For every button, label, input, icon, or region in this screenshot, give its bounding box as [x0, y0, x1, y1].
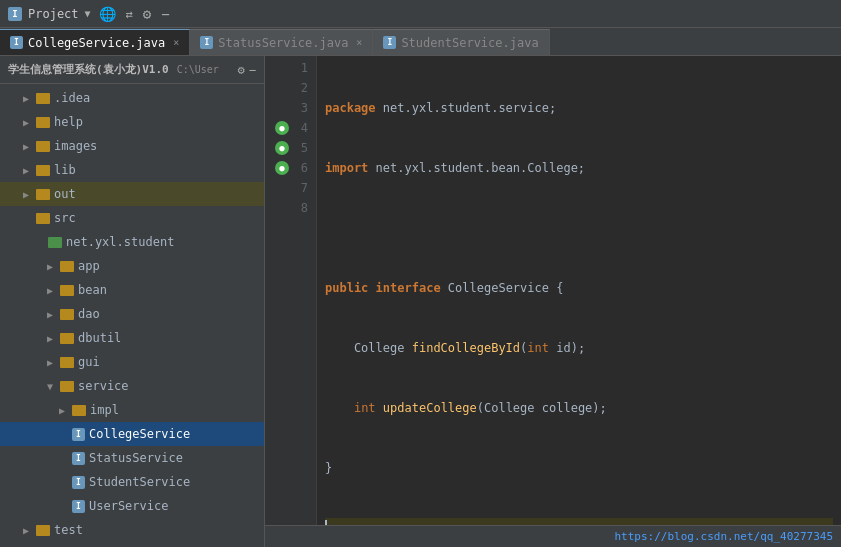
sidebar-item-service[interactable]: ▼ service	[0, 374, 264, 398]
sidebar-item-user-service[interactable]: I UserService	[0, 494, 264, 518]
chevron-lib: ▶	[20, 165, 32, 176]
gutter-row-2: 2	[265, 78, 312, 98]
indent-6	[325, 398, 354, 418]
sidebar-item-help[interactable]: ▶ help	[0, 110, 264, 134]
editor[interactable]: 1 2 3 ● 4 ● 5 ● 6	[265, 56, 841, 547]
return-type-5: College	[325, 338, 412, 358]
chevron-out: ▶	[20, 189, 32, 200]
main-content: 学生信息管理系统(袁小龙)V1.0 C:\User ⚙ − ▶ .idea ▶ …	[0, 56, 841, 547]
label-images: images	[54, 139, 97, 153]
chevron-help: ▶	[20, 117, 32, 128]
code-line-6: int updateCollege(College college);	[325, 398, 833, 418]
sidebar-item-images[interactable]: ▶ images	[0, 134, 264, 158]
minus-icon[interactable]: −	[159, 4, 171, 24]
tab-label-3: StudentService.java	[401, 36, 538, 50]
dropdown-arrow[interactable]: ▼	[85, 8, 91, 19]
line-num-7: 7	[292, 181, 308, 195]
folder-icon-impl	[72, 405, 86, 416]
tab-close-1[interactable]: ×	[173, 37, 179, 48]
sidebar-item-lib[interactable]: ▶ lib	[0, 158, 264, 182]
chevron-images: ▶	[20, 141, 32, 152]
sidebar-header-icons: ⚙ −	[238, 63, 256, 77]
method-find: findCollegeById	[412, 338, 520, 358]
project-dropdown[interactable]: Project	[28, 7, 79, 21]
sidebar-item-app[interactable]: ▶ app	[0, 254, 264, 278]
sidebar-item-impl[interactable]: ▶ impl	[0, 398, 264, 422]
label-dao: dao	[78, 307, 100, 321]
gutter-row-4: ● 4	[265, 118, 312, 138]
label-test: test	[54, 523, 83, 537]
sidebar-item-idea[interactable]: ▶ .idea	[0, 86, 264, 110]
sidebar-item-gui[interactable]: ▶ gui	[0, 350, 264, 374]
folder-icon-images	[36, 141, 50, 152]
chevron-app: ▶	[44, 261, 56, 272]
pkg-2: net.yxl.student.bean.College;	[368, 158, 585, 178]
label-out: out	[54, 187, 76, 201]
paren-5: (	[520, 338, 527, 358]
sidebar-item-status-service[interactable]: I StatusService	[0, 446, 264, 470]
folder-icon-dao	[60, 309, 74, 320]
gutter: 1 2 3 ● 4 ● 5 ● 6	[265, 56, 317, 525]
interface-icon-user: I	[72, 500, 85, 513]
tab-label-1: CollegeService.java	[28, 36, 165, 50]
folder-icon-idea	[36, 93, 50, 104]
chevron-impl: ▶	[56, 405, 68, 416]
chevron-dbutil: ▶	[44, 333, 56, 344]
folder-icon-test	[36, 525, 50, 536]
chevron-service: ▼	[44, 381, 56, 392]
label-bean: bean	[78, 283, 107, 297]
interface-icon-2: I	[200, 36, 213, 49]
line-num-2: 2	[292, 81, 308, 95]
code-line-1: package net.yxl.student.service;	[325, 98, 833, 118]
sidebar-item-src[interactable]: src	[0, 206, 264, 230]
code-area[interactable]: 1 2 3 ● 4 ● 5 ● 6	[265, 56, 841, 525]
folder-icon-lib	[36, 165, 50, 176]
sidebar-item-bean[interactable]: ▶ bean	[0, 278, 264, 302]
gutter-row-5: ● 5	[265, 138, 312, 158]
interface-icon-student: I	[72, 476, 85, 489]
sidebar-item-dao[interactable]: ▶ dao	[0, 302, 264, 326]
label-student-service: StudentService	[89, 475, 190, 489]
sidebar-item-college-service[interactable]: I CollegeService	[0, 422, 264, 446]
sidebar-item-out[interactable]: ▶ out	[0, 182, 264, 206]
title-bar-left: I Project ▼ 🌐 ⇄ ⚙ −	[8, 4, 172, 24]
arrows-icon[interactable]: ⇄	[124, 5, 135, 23]
label-impl: impl	[90, 403, 119, 417]
chevron-bean: ▶	[44, 285, 56, 296]
code-line-3	[325, 218, 833, 238]
kw-package: package	[325, 98, 376, 118]
code-line-2: import net.yxl.student.bean.College;	[325, 158, 833, 178]
line-num-4: 4	[292, 121, 308, 135]
sidebar-item-student-service[interactable]: I StudentService	[0, 470, 264, 494]
iface-name: CollegeService {	[441, 278, 564, 298]
sidebar-item-test[interactable]: ▶ test	[0, 518, 264, 542]
method-update: updateCollege	[383, 398, 477, 418]
kw-import: import	[325, 158, 368, 178]
interface-icon-college: I	[72, 428, 85, 441]
kw-public-4: public	[325, 278, 368, 298]
tab-student-service[interactable]: I StudentService.java	[373, 29, 549, 55]
sidebar-item-net-yxl-student[interactable]: net.yxl.student	[0, 230, 264, 254]
sidebar-icon-gear[interactable]: ⚙	[238, 63, 245, 77]
interface-icon-3: I	[383, 36, 396, 49]
tab-college-service[interactable]: I CollegeService.java ×	[0, 29, 190, 55]
sidebar-icon-minus[interactable]: −	[249, 63, 256, 77]
chevron-test: ▶	[20, 525, 32, 536]
label-dbutil: dbutil	[78, 331, 121, 345]
blog-link[interactable]: https://blog.csdn.net/qq_40277345	[614, 530, 833, 543]
folder-icon-dbutil	[60, 333, 74, 344]
code-content[interactable]: package net.yxl.student.service; import …	[317, 56, 841, 525]
gutter-btn-5[interactable]: ●	[275, 141, 289, 155]
gutter-btn-6[interactable]: ●	[275, 161, 289, 175]
interface-icon-status: I	[72, 452, 85, 465]
globe-icon[interactable]: 🌐	[97, 4, 118, 24]
tab-status-service[interactable]: I StatusService.java ×	[190, 29, 373, 55]
gutter-row-7: 7	[265, 178, 312, 198]
sidebar-tree: ▶ .idea ▶ help ▶ images ▶ lib	[0, 84, 264, 547]
tab-close-2[interactable]: ×	[356, 37, 362, 48]
line-num-3: 3	[292, 101, 308, 115]
sidebar-item-dbutil[interactable]: ▶ dbutil	[0, 326, 264, 350]
brace-close: }	[325, 458, 332, 478]
gutter-btn-4[interactable]: ●	[275, 121, 289, 135]
gear-icon[interactable]: ⚙	[141, 4, 153, 24]
